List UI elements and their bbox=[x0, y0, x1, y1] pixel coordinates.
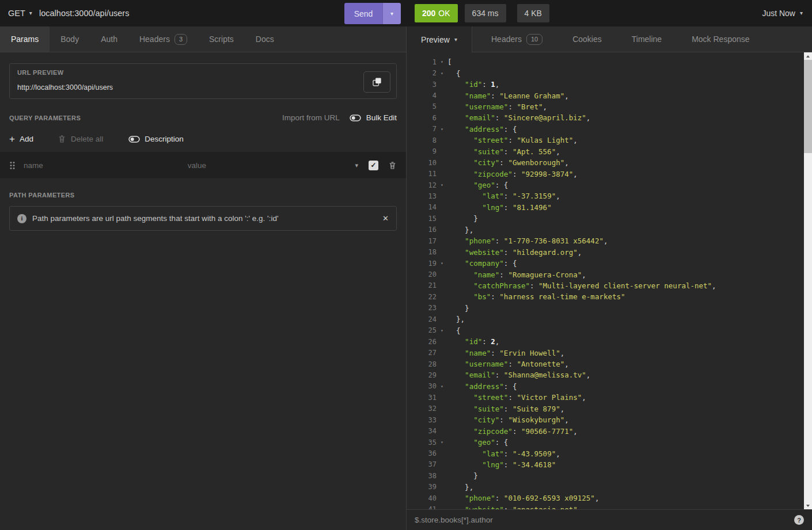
top-bar: GET ▾ localhost:3000/api/users Send ▾ 20… bbox=[0, 0, 812, 26]
send-button-label[interactable]: Send bbox=[344, 3, 382, 24]
code-text: "lng": "-34.4618" bbox=[447, 460, 556, 469]
query-param-row: ▾ ✓ bbox=[0, 152, 406, 178]
fold-caret-icon[interactable]: ▾ bbox=[437, 182, 447, 188]
send-options-button[interactable]: ▾ bbox=[382, 3, 401, 24]
trash-icon bbox=[58, 135, 66, 143]
line-number: 12 bbox=[407, 181, 437, 189]
code-line: 12▾ "geo": { bbox=[407, 180, 804, 190]
help-icon[interactable]: ? bbox=[794, 515, 804, 525]
code-text: { bbox=[447, 69, 461, 78]
code-text: "suite": "Apt. 556", bbox=[447, 147, 560, 156]
line-number: 8 bbox=[407, 136, 437, 144]
headers-count-badge: 3 bbox=[174, 34, 187, 45]
chevron-down-icon: ▾ bbox=[390, 11, 393, 17]
code-line: 27 "name": "Ervin Howell", bbox=[407, 347, 804, 358]
param-value-input[interactable] bbox=[188, 161, 352, 170]
line-number: 3 bbox=[407, 81, 437, 89]
line-number: 34 bbox=[407, 427, 437, 435]
import-from-url-button[interactable]: Import from URL bbox=[282, 113, 340, 122]
line-number: 17 bbox=[407, 237, 437, 245]
line-number: 23 bbox=[407, 304, 437, 312]
path-parameters-label: PATH PARAMETERS bbox=[9, 192, 397, 199]
tab-headers[interactable]: Headers 3 bbox=[128, 26, 198, 52]
code-line: 8 "street": "Kulas Light", bbox=[407, 135, 804, 146]
line-number: 33 bbox=[407, 416, 437, 424]
code-line: 33 "city": "Wisokyburgh", bbox=[407, 414, 804, 425]
response-scrollbar[interactable] bbox=[804, 52, 812, 509]
method-dropdown[interactable]: GET ▾ bbox=[8, 0, 32, 26]
history-label: Just Now bbox=[762, 9, 795, 18]
tab-response-headers[interactable]: Headers 10 bbox=[480, 26, 553, 52]
code-line: 41 "website": "anastasia.net" bbox=[407, 504, 804, 510]
code-text: "name": "Romaguera-Crona", bbox=[447, 270, 586, 279]
tab-body[interactable]: Body bbox=[50, 26, 90, 52]
code-text: "username": "Antonette", bbox=[447, 360, 569, 368]
code-line: 6 "email": "Sincere@april.biz", bbox=[407, 112, 804, 123]
query-parameters-label: QUERY PARAMETERS bbox=[9, 115, 81, 121]
scrollbar-thumb[interactable] bbox=[804, 60, 812, 153]
status-reason: OK bbox=[438, 9, 450, 18]
bulk-edit-button[interactable]: Bulk Edit bbox=[366, 113, 397, 122]
param-type-dropdown-icon[interactable]: ▾ bbox=[355, 162, 358, 169]
tab-docs[interactable]: Docs bbox=[245, 26, 285, 52]
fold-caret-icon[interactable]: ▾ bbox=[437, 328, 447, 333]
fold-caret-icon[interactable]: ▾ bbox=[437, 261, 447, 266]
param-enabled-checkbox[interactable]: ✓ bbox=[369, 161, 378, 170]
jsonpath-filter-input[interactable] bbox=[415, 516, 794, 524]
close-icon[interactable]: ✕ bbox=[382, 214, 389, 223]
plus-icon: + bbox=[9, 134, 15, 144]
chevron-down-icon: ▾ bbox=[454, 37, 457, 43]
fold-caret-icon[interactable]: ▾ bbox=[437, 384, 447, 389]
line-number: 9 bbox=[407, 147, 437, 155]
code-text: "suite": "Suite 879", bbox=[447, 405, 564, 413]
scrollbar-down-arrow[interactable] bbox=[804, 502, 812, 509]
code-line: 20 "name": "Romaguera-Crona", bbox=[407, 269, 804, 280]
delete-param-button[interactable] bbox=[388, 161, 397, 170]
tab-cookies[interactable]: Cookies bbox=[561, 26, 613, 52]
code-line: 35▾ "geo": { bbox=[407, 437, 804, 448]
tab-scripts[interactable]: Scripts bbox=[198, 26, 245, 52]
param-name-input[interactable] bbox=[24, 161, 188, 170]
description-toggle-button[interactable]: Description bbox=[128, 135, 184, 143]
copy-url-button[interactable] bbox=[363, 71, 390, 93]
fold-caret-icon[interactable]: ▾ bbox=[437, 440, 447, 445]
jsonpath-filter-bar: ? bbox=[407, 509, 812, 530]
code-line: 18 "website": "hildegard.org", bbox=[407, 246, 804, 257]
add-param-button[interactable]: + Add bbox=[9, 134, 33, 144]
code-line: 29 "email": "Shanna@melissa.tv", bbox=[407, 369, 804, 380]
fold-caret-icon[interactable]: ▾ bbox=[437, 71, 447, 76]
code-text: "lng": "81.1496" bbox=[447, 203, 552, 212]
code-line: 14 "lng": "81.1496" bbox=[407, 202, 804, 213]
delete-all-params-button[interactable]: Delete all bbox=[58, 135, 103, 143]
code-text: "name": "Leanne Graham", bbox=[447, 91, 569, 100]
code-text: { bbox=[447, 326, 461, 335]
tab-params[interactable]: Params bbox=[0, 26, 50, 52]
send-button[interactable]: Send ▾ bbox=[344, 3, 401, 24]
line-number: 30 bbox=[407, 382, 437, 390]
fold-caret-icon[interactable]: ▾ bbox=[437, 59, 447, 64]
line-number: 15 bbox=[407, 215, 437, 223]
query-parameters-header: QUERY PARAMETERS Import from URL Bulk Ed… bbox=[9, 113, 397, 122]
status-badge: 200 OK bbox=[415, 4, 458, 22]
code-text: "geo": { bbox=[447, 438, 508, 447]
tab-timeline[interactable]: Timeline bbox=[621, 26, 673, 52]
drag-handle-icon[interactable] bbox=[9, 161, 16, 170]
code-line: 7▾ "address": { bbox=[407, 124, 804, 135]
fold-caret-icon[interactable]: ▾ bbox=[437, 127, 447, 132]
line-number: 29 bbox=[407, 371, 437, 379]
scrollbar-up-arrow[interactable] bbox=[804, 52, 812, 60]
code-text: [ bbox=[447, 58, 452, 66]
code-text: } bbox=[447, 304, 469, 312]
history-dropdown[interactable]: Just Now ▾ bbox=[762, 0, 803, 26]
tab-preview[interactable]: Preview ▾ bbox=[407, 26, 472, 52]
tab-auth[interactable]: Auth bbox=[90, 26, 128, 52]
code-line: 24 }, bbox=[407, 314, 804, 325]
line-number: 22 bbox=[407, 293, 437, 301]
code-text: "id": 1, bbox=[447, 80, 499, 89]
request-url[interactable]: localhost:3000/api/users bbox=[39, 0, 129, 26]
tab-mock-response[interactable]: Mock Response bbox=[681, 26, 760, 52]
code-text: "username": "Bret", bbox=[447, 102, 547, 111]
code-line: 38 } bbox=[407, 470, 804, 481]
code-line: 15 } bbox=[407, 213, 804, 224]
response-code: 1▾[2▾ {3 "id": 1,4 "name": "Leanne Graha… bbox=[407, 52, 804, 509]
